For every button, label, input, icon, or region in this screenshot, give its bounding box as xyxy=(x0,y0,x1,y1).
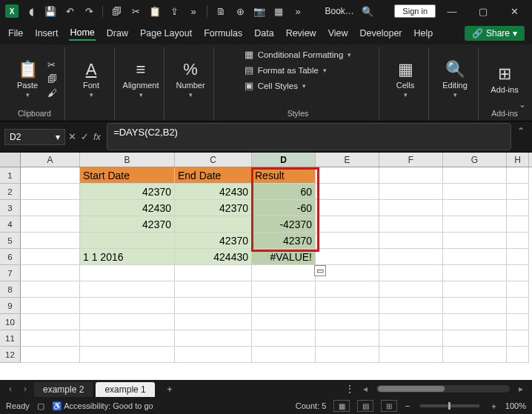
cell-E10[interactable] xyxy=(316,314,379,330)
cell-A10[interactable] xyxy=(21,314,80,330)
share-button[interactable]: 🔗Share▾ xyxy=(465,26,525,41)
cell-D4[interactable]: -42370 xyxy=(252,216,316,233)
autosave-toggle[interactable]: ◖ xyxy=(22,2,40,20)
col-E[interactable]: E xyxy=(316,153,379,167)
cell-E5[interactable] xyxy=(316,233,379,249)
tab-draw[interactable]: Draw xyxy=(106,27,129,40)
cell-H12[interactable] xyxy=(507,347,529,363)
cell-styles-button[interactable]: ▣Cell Styles ▾ xyxy=(245,80,352,91)
cell-C7[interactable] xyxy=(175,265,252,281)
cell-C8[interactable] xyxy=(175,281,252,298)
cell-A8[interactable] xyxy=(21,281,80,298)
app-icon[interactable]: X xyxy=(3,2,21,20)
cell-E4[interactable] xyxy=(316,216,379,233)
cell-A7[interactable] xyxy=(21,265,80,281)
name-box[interactable]: D2▾ xyxy=(4,129,65,145)
cell-G9[interactable] xyxy=(443,298,507,314)
row-7[interactable]: 7 xyxy=(0,265,21,281)
cell-D6[interactable]: #VALUE! xyxy=(252,249,316,265)
zoom-level[interactable]: 100% xyxy=(505,401,526,410)
view-page-layout-icon[interactable]: ▤ xyxy=(357,400,373,412)
row-1[interactable]: 1 xyxy=(0,167,21,184)
cell-C4[interactable] xyxy=(175,216,252,233)
undo-button[interactable]: ↶ xyxy=(61,2,79,20)
cell-G3[interactable] xyxy=(443,200,507,216)
tab-file[interactable]: File xyxy=(7,27,24,40)
tab-data[interactable]: Data xyxy=(253,27,274,40)
tab-insert[interactable]: Insert xyxy=(34,27,59,40)
search-icon[interactable]: 🔍 xyxy=(359,2,376,20)
qat-camera-icon[interactable]: 📷 xyxy=(250,2,268,20)
tab-view[interactable]: View xyxy=(327,27,349,40)
qat-cut-icon[interactable]: ✂ xyxy=(127,2,144,20)
qat-new-icon[interactable]: 🗎 xyxy=(212,2,230,20)
row-5[interactable]: 5 xyxy=(0,233,21,249)
redo-button[interactable]: ↷ xyxy=(80,2,98,20)
col-A[interactable]: A xyxy=(21,153,80,167)
cell-F3[interactable] xyxy=(379,200,443,216)
cell-H11[interactable] xyxy=(507,330,529,347)
row-9[interactable]: 9 xyxy=(0,298,21,314)
sheet-nav-next[interactable]: › xyxy=(19,384,31,394)
cells-button[interactable]: ▦ Cells ▾ xyxy=(390,60,421,99)
cell-A11[interactable] xyxy=(21,330,80,347)
cell-G4[interactable] xyxy=(443,216,507,233)
cell-C3[interactable]: 42370 xyxy=(175,200,252,216)
sheet-tab-example-2[interactable]: example 2 xyxy=(34,382,93,397)
cell-C11[interactable] xyxy=(175,330,252,347)
cell-F8[interactable] xyxy=(379,281,443,298)
cell-B12[interactable] xyxy=(80,347,175,363)
cell-E1[interactable] xyxy=(316,167,379,184)
cell-G7[interactable] xyxy=(443,265,507,281)
cell-D5[interactable]: 42370 xyxy=(252,233,316,249)
cell-D10[interactable] xyxy=(252,314,316,330)
row-10[interactable]: 10 xyxy=(0,314,21,330)
cell-F9[interactable] xyxy=(379,298,443,314)
cell-G11[interactable] xyxy=(443,330,507,347)
cell-H6[interactable] xyxy=(507,249,529,265)
cell-D1[interactable]: Result xyxy=(252,167,316,184)
addins-button[interactable]: ⊞ Add-ins xyxy=(489,64,520,94)
cell-E9[interactable] xyxy=(316,298,379,314)
col-C[interactable]: C xyxy=(175,153,252,167)
sign-in-button[interactable]: Sign in xyxy=(394,4,436,18)
cell-A2[interactable] xyxy=(21,184,80,200)
horizontal-scrollbar[interactable] xyxy=(376,385,510,393)
expand-formula-bar-icon[interactable]: ⌃ xyxy=(514,123,528,150)
tab-review[interactable]: Review xyxy=(285,27,317,40)
cell-F5[interactable] xyxy=(379,233,443,249)
cell-H10[interactable] xyxy=(507,314,529,330)
enter-formula-icon[interactable]: ✓ xyxy=(81,131,89,142)
scroll-left-icon[interactable]: ◂ xyxy=(359,384,372,394)
row-12[interactable]: 12 xyxy=(0,347,21,363)
cell-A5[interactable] xyxy=(21,233,80,249)
cell-D2[interactable]: 60 xyxy=(252,184,316,200)
cell-E8[interactable] xyxy=(316,281,379,298)
accessibility-status[interactable]: ♿ Accessibility: Good to go xyxy=(52,401,153,411)
cell-F10[interactable] xyxy=(379,314,443,330)
cell-D9[interactable] xyxy=(252,298,316,314)
cell-F12[interactable] xyxy=(379,347,443,363)
cell-B3[interactable]: 42430 xyxy=(80,200,175,216)
cell-C6[interactable]: 424430 xyxy=(175,249,252,265)
row-3[interactable]: 3 xyxy=(0,200,21,216)
row-4[interactable]: 4 xyxy=(0,216,21,233)
cell-F2[interactable] xyxy=(379,184,443,200)
cell-B1[interactable]: Start Date xyxy=(80,167,175,184)
cell-F11[interactable] xyxy=(379,330,443,347)
autofill-options-icon[interactable]: ▭ xyxy=(314,265,326,276)
cell-G5[interactable] xyxy=(443,233,507,249)
cell-C5[interactable]: 42370 xyxy=(175,233,252,249)
cell-E12[interactable] xyxy=(316,347,379,363)
macro-record-icon[interactable]: ▢ xyxy=(37,401,44,411)
view-page-break-icon[interactable]: ⊞ xyxy=(381,400,397,412)
col-F[interactable]: F xyxy=(379,153,443,167)
minimize-button[interactable]: — xyxy=(437,0,467,22)
save-button[interactable]: 💾 xyxy=(41,2,59,20)
cell-H2[interactable] xyxy=(507,184,529,200)
row-2[interactable]: 2 xyxy=(0,184,21,200)
cell-F7[interactable] xyxy=(379,265,443,281)
row-11[interactable]: 11 xyxy=(0,330,21,347)
qat-open-icon[interactable]: ⊕ xyxy=(231,2,249,20)
sheet-options-icon[interactable]: ⋮ xyxy=(345,384,354,394)
